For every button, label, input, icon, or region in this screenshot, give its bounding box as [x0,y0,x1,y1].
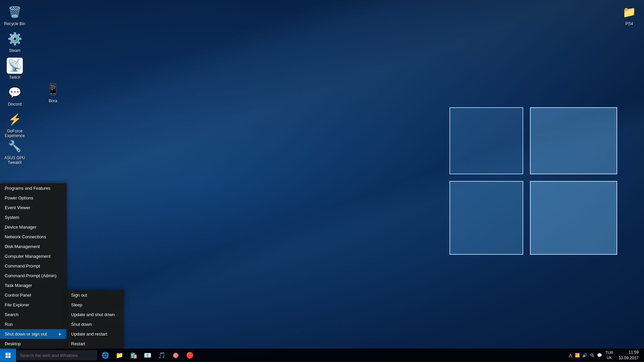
submenu-item-update-restart[interactable]: Update and restart [66,329,123,339]
tray-notification-icon[interactable]: 💬 [596,352,603,358]
submenu-label-sleep: Sleep [71,302,82,307]
desktop-icon-steam[interactable]: ⚙️ Steam [3,29,27,54]
desktop-icon-bora[interactable]: 📱 Bora [41,80,65,105]
windows-start-icon [5,352,11,358]
twitch-label: Twitch [9,75,20,80]
menu-label-programs-features: Programs and Features [5,186,51,191]
menu-label-event-viewer: Event Viewer [5,205,30,210]
desktop-icon-asus-gpu[interactable]: 🔧 ASUS GPU TweakII [3,137,27,167]
menu-label-system: System [5,215,19,220]
menu-item-search[interactable]: Search [0,310,66,319]
chevron-right-icon: ▶ [59,332,62,336]
submenu-item-restart[interactable]: Restart [66,339,123,349]
menu-label-run: Run [5,322,13,327]
menu-label-file-explorer: File Explorer [5,302,29,307]
svg-rect-1 [8,353,11,355]
tray-region-text: UK [605,355,613,360]
menu-label-network-connections: Network Connections [5,234,46,239]
menu-item-network-connections[interactable]: Network Connections [0,232,66,242]
submenu-item-sign-out[interactable]: Sign out [66,290,123,300]
menu-item-system[interactable]: System [0,213,66,222]
menu-item-control-panel[interactable]: Control Panel [0,290,66,300]
geforce-icon-img: ⚡ [7,111,23,127]
menu-item-file-explorer[interactable]: File Explorer [0,300,66,310]
submenu-label-restart: Restart [71,341,85,346]
asus-label: ASUS GPU TweakII [4,156,25,165]
svg-rect-3 [8,356,11,358]
tray-volume-icon[interactable]: 🔊 [582,352,588,358]
menu-item-command-prompt-admin[interactable]: Command Prompt (Admin) [0,271,66,281]
menu-label-device-manager: Device Manager [5,225,37,230]
taskbar-icon-spotify[interactable]: 🎵 [155,349,168,362]
submenu-label-shut-down: Shut down [71,322,92,327]
desktop-icon-discord[interactable]: 💬 Discord [3,83,27,108]
discord-icon-img: 💬 [7,84,23,101]
steam-icon-img: ⚙️ [7,31,23,47]
submenu-label-sign-out: Sign out [71,293,87,298]
submenu-item-sleep[interactable]: Sleep [66,300,123,310]
svg-rect-2 [6,356,8,358]
taskbar-icon-app3[interactable]: 🔴 [183,349,197,362]
recycle-bin-icon-img: 🗑️ [7,4,23,20]
desktop-icon-geforce[interactable]: ⚡ GeForce Experience [3,110,27,140]
menu-label-command-prompt-admin: Command Prompt (Admin) [5,273,57,278]
tray-language[interactable]: TUR UK [604,350,614,361]
bora-label: Bora [49,99,57,103]
start-button[interactable] [0,349,16,362]
desktop-icon-recycle-bin[interactable]: 🗑️ Recycle Bin [3,3,27,27]
discord-label: Discord [8,102,22,107]
menu-label-search: Search [5,312,18,317]
menu-item-desktop[interactable]: Desktop [0,339,66,349]
win-square-br [530,181,617,255]
menu-item-event-viewer[interactable]: Event Viewer [0,203,66,213]
taskbar-search-input[interactable] [17,350,97,360]
menu-item-computer-management[interactable]: Computer Management [0,251,66,261]
tray-time: 11:59 [619,350,639,355]
taskbar-icon-app2[interactable]: 🎯 [169,349,182,362]
desktop-icon-ps4[interactable]: 📁 PS4 [617,3,641,27]
menu-item-power-options[interactable]: Power Options [0,193,66,203]
recycle-bin-label: Recycle Bin [4,21,25,26]
context-menu: Programs and Features Power Options Even… [0,183,66,349]
ps4-label: PS4 [626,21,633,26]
system-tray: ⋀ 📶 🔊 🔌 💬 TUR UK 11:59 10.09.2017 [568,350,644,361]
submenu-shutdown: Sign out Sleep Update and shut down Shut… [66,290,123,349]
submenu-item-update-shut-down[interactable]: Update and shut down [66,310,123,319]
tray-battery-icon[interactable]: 🔌 [589,352,595,358]
menu-label-desktop: Desktop [5,341,21,346]
twitch-icon-img: 📡 [7,58,23,74]
tray-icons: 📶 🔊 🔌 💬 [574,352,603,358]
menu-label-disk-management: Disk Management [5,244,40,249]
taskbar-icon-store[interactable]: 🛍️ [127,349,140,362]
submenu-item-shut-down[interactable]: Shut down [66,319,123,329]
menu-label-task-manager: Task Manager [5,283,32,288]
menu-item-device-manager[interactable]: Device Manager [0,222,66,232]
tray-clock[interactable]: 11:59 10.09.2017 [616,350,641,361]
menu-label-shut-down-sign-out: Shut down or sign out [5,331,47,337]
win-square-tr [530,107,617,174]
svg-rect-0 [6,353,8,355]
tray-lang-text: TUR [605,350,613,355]
taskbar-icon-app1[interactable]: 📧 [141,349,154,362]
menu-item-disk-management[interactable]: Disk Management [0,242,66,251]
menu-item-task-manager[interactable]: Task Manager [0,281,66,290]
tray-network-icon[interactable]: 📶 [574,352,581,358]
taskbar: 🌐 📁 🛍️ 📧 🎵 🎯 🔴 ⋀ 📶 🔊 🔌 💬 TUR UK 11:59 10… [0,349,644,362]
menu-item-programs-features[interactable]: Programs and Features [0,183,66,193]
menu-label-computer-management: Computer Management [5,254,51,259]
tray-date: 10.09.2017 [619,355,639,361]
desktop-icon-twitch[interactable]: 📡 Twitch [3,56,27,81]
taskbar-icon-explorer[interactable]: 📁 [113,349,126,362]
win-square-tl [449,107,523,174]
taskbar-icon-edge[interactable]: 🌐 [99,349,112,362]
menu-label-control-panel: Control Panel [5,293,31,298]
submenu-label-update-shut-down: Update and shut down [71,312,115,317]
taskbar-pinned-icons: 🌐 📁 🛍️ 📧 🎵 🎯 🔴 [99,349,197,362]
tray-expand-icon[interactable]: ⋀ [568,352,573,358]
menu-item-command-prompt[interactable]: Command Prompt [0,261,66,271]
steam-label: Steam [9,48,21,53]
menu-item-shut-down-sign-out[interactable]: Shut down or sign out ▶ [0,329,66,339]
menu-label-power-options: Power Options [5,195,33,200]
bora-icon-img: 📱 [45,81,61,97]
menu-item-run[interactable]: Run [0,319,66,329]
